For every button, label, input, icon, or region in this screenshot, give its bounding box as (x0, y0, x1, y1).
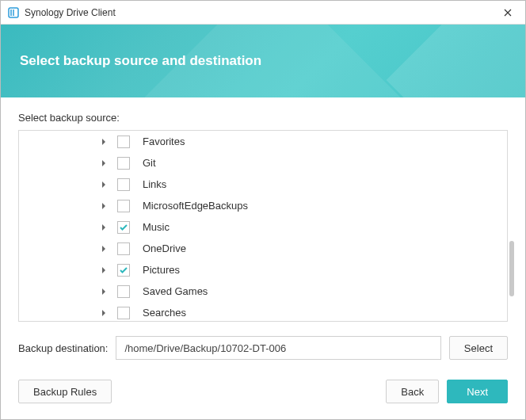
tree-item-label: Git (143, 157, 156, 169)
select-destination-button[interactable]: Select (449, 336, 508, 360)
tree-item[interactable]: Searches (19, 302, 507, 322)
tree-item[interactable]: Music (19, 216, 507, 238)
window-title: Synology Drive Client (25, 7, 497, 18)
checkbox[interactable] (117, 200, 130, 212)
expand-icon[interactable] (98, 243, 109, 254)
tree-item[interactable]: MicrosoftEdgeBackups (19, 195, 507, 216)
checkbox[interactable] (117, 136, 130, 148)
source-tree-wrap: FavoritesGitLinksMicrosoftEdgeBackupsMus… (18, 130, 508, 322)
page-title: Select backup source and destination (20, 53, 261, 69)
checkbox[interactable] (117, 264, 130, 277)
destination-row: Backup destination: Select (18, 336, 508, 360)
tree-item[interactable]: Links (19, 174, 507, 195)
footer: Backup Rules Back Next (1, 365, 525, 419)
expand-icon[interactable] (98, 179, 109, 190)
expand-icon[interactable] (98, 200, 109, 212)
source-label: Select backup source: (18, 112, 508, 124)
tree-item-label: Music (143, 221, 170, 233)
expand-icon[interactable] (98, 222, 109, 233)
tree-item[interactable]: Favorites (19, 131, 507, 152)
expand-icon[interactable] (98, 286, 109, 297)
expand-icon[interactable] (98, 136, 109, 147)
expand-icon[interactable] (98, 265, 109, 276)
tree-item[interactable]: Pictures (19, 259, 507, 281)
next-button[interactable]: Next (447, 380, 508, 403)
tree-item-label: Links (143, 178, 166, 190)
checkbox[interactable] (117, 242, 130, 255)
checkbox[interactable] (117, 157, 130, 170)
checkbox[interactable] (117, 307, 130, 319)
tree-item-label: OneDrive (143, 242, 186, 254)
tree-item-label: MicrosoftEdgeBackups (143, 200, 248, 212)
destination-input[interactable] (116, 336, 440, 360)
expand-icon[interactable] (98, 307, 109, 319)
tree-item-label: Saved Games (143, 285, 208, 297)
tree-item[interactable]: Git (19, 152, 507, 174)
tree-item-label: Searches (143, 307, 186, 319)
banner: Select backup source and destination (1, 25, 525, 97)
close-button[interactable] (497, 2, 519, 24)
app-logo-icon (7, 6, 20, 19)
scrollbar-thumb[interactable] (509, 241, 514, 296)
expand-icon[interactable] (98, 158, 109, 169)
tree-item[interactable]: Saved Games (19, 281, 507, 302)
tree-item[interactable]: OneDrive (19, 238, 507, 259)
checkbox[interactable] (117, 221, 130, 234)
checkbox[interactable] (117, 285, 130, 298)
titlebar: Synology Drive Client (1, 1, 525, 25)
app-window: Synology Drive Client Select backup sour… (0, 0, 526, 420)
checkbox[interactable] (117, 178, 130, 191)
source-tree[interactable]: FavoritesGitLinksMicrosoftEdgeBackupsMus… (18, 130, 508, 322)
backup-rules-button[interactable]: Backup Rules (18, 380, 112, 403)
content-area: Select backup source: FavoritesGitLinksM… (1, 97, 525, 365)
tree-item-label: Favorites (143, 136, 185, 147)
back-button[interactable]: Back (386, 380, 439, 403)
destination-label: Backup destination: (18, 342, 108, 354)
tree-item-label: Pictures (143, 264, 180, 276)
